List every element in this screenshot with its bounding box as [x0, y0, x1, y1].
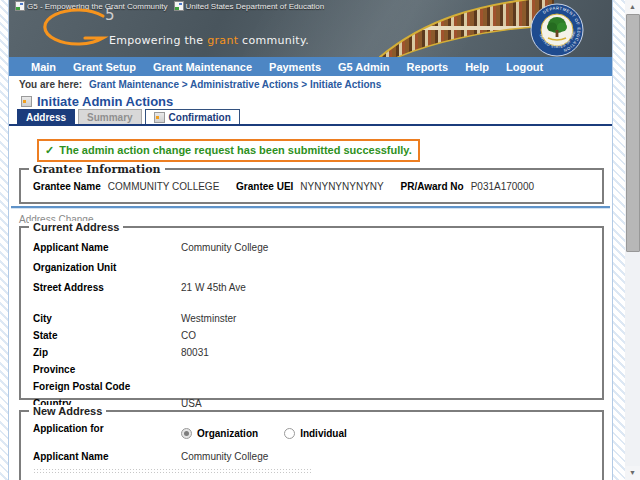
slogan-pre: Empowering the	[109, 34, 207, 47]
nav-logout[interactable]: Logout	[506, 61, 543, 73]
dotted-input-strip	[33, 468, 311, 474]
new-address-legend: New Address	[29, 405, 106, 417]
bookshelf-swoosh-image	[379, 0, 554, 57]
scrollbar-down-arrow[interactable]: ▼	[625, 466, 640, 480]
slogan-highlight: grant	[207, 34, 238, 47]
banner-alt-label: United States Department of Education	[186, 2, 325, 11]
grantee-uei-label: Grantee UEI	[236, 181, 293, 192]
field-row-state: State CO	[33, 327, 602, 344]
pr-award-no-value: P031A170000	[471, 181, 534, 192]
field-row-zip: Zip 80031	[33, 344, 602, 361]
banner-alt-item: United States Department of Education	[174, 1, 325, 11]
field-value: 80031	[181, 347, 209, 358]
organization-radio-label: Organization	[197, 428, 258, 439]
new-address-rows: Application for Organization Individual	[21, 412, 602, 464]
checkmark-icon: ✓	[45, 144, 54, 156]
nav-g5-admin[interactable]: G5 Admin	[338, 61, 390, 73]
success-message-text: The admin action change request has been…	[59, 144, 412, 156]
grantee-uei-pair: Grantee UEINYNYNYNYNYNY	[236, 181, 384, 192]
field-row-province: Province	[33, 361, 602, 378]
application-for-radio-group: Organization Individual	[181, 422, 347, 439]
tab-bar: Address Summary Confirmation	[9, 110, 612, 126]
scrollbar-thumb[interactable]	[626, 14, 640, 252]
page-title-text: Initiate Admin Actions	[37, 94, 173, 109]
breadcrumb-prefix: You are here:	[19, 79, 82, 90]
breadcrumb-path[interactable]: Grant Maintenance > Administrative Actio…	[89, 79, 381, 90]
field-label: Applicant Name	[33, 242, 181, 253]
success-message: ✓The admin action change request has bee…	[37, 139, 420, 162]
tab-confirmation[interactable]: Confirmation	[145, 109, 240, 124]
grantee-name-pair: Grantee NameCOMMUNITY COLLEGE	[33, 181, 219, 192]
field-label: Applicant Name	[33, 451, 181, 462]
current-address-fieldset: Current Address Applicant Name Community…	[19, 226, 604, 400]
field-value: Community College	[181, 242, 268, 253]
grantee-name-label: Grantee Name	[33, 181, 101, 192]
page-title-bullet-icon	[21, 96, 32, 107]
application-for-row: Application for Organization Individual	[33, 422, 602, 439]
current-address-rows: Applicant Name Community College Organiz…	[21, 228, 602, 412]
field-value: 21 W 45th Ave	[181, 282, 246, 293]
nav-payments[interactable]: Payments	[269, 61, 321, 73]
main-navigation: Main Grant Setup Grant Maintenance Payme…	[9, 57, 612, 76]
field-row-street-address: Street Address 21 W 45th Ave	[33, 277, 602, 297]
field-label: State	[33, 330, 181, 341]
individual-radio-button[interactable]	[284, 428, 295, 439]
grantee-information-fieldset: Grantee Information Grantee NameCOMMUNIT…	[19, 168, 604, 204]
field-label: Foreign Postal Code	[33, 381, 181, 392]
current-address-legend: Current Address	[29, 221, 123, 233]
field-label: Street Address	[33, 282, 181, 293]
nav-grant-setup[interactable]: Grant Setup	[73, 61, 136, 73]
page-column: G5 - Empowering the Grant Community Unit…	[8, 0, 613, 480]
field-label: Province	[33, 364, 181, 375]
application-for-label: Application for	[33, 422, 181, 434]
field-label: City	[33, 313, 181, 324]
slogan-post: community.	[238, 34, 309, 47]
g5-logo-five: 5	[105, 6, 115, 24]
grantee-name-value: COMMUNITY COLLEGE	[108, 181, 220, 192]
nav-help[interactable]: Help	[465, 61, 489, 73]
pr-award-no-label: PR/Award No	[400, 181, 463, 192]
nav-grant-maintenance[interactable]: Grant Maintenance	[153, 61, 252, 73]
individual-radio-label: Individual	[300, 428, 347, 439]
section-divider	[11, 206, 610, 209]
pr-award-no-pair: PR/Award NoP031A170000	[400, 181, 534, 192]
nav-main[interactable]: Main	[31, 61, 56, 73]
grantee-uei-value: NYNYNYNYNYNY	[300, 181, 383, 192]
breadcrumb: You are here: Grant Maintenance > Admini…	[19, 79, 381, 90]
field-value: Westminster	[181, 313, 236, 324]
radio-option-individual[interactable]: Individual	[284, 428, 347, 439]
new-address-fieldset: New Address Application for Organization…	[19, 410, 604, 480]
scrollbar-up-arrow[interactable]: ▲	[625, 0, 640, 14]
field-row-city: City Westminster	[33, 310, 602, 327]
grantee-information-legend: Grantee Information	[29, 163, 165, 176]
broken-image-icon	[15, 1, 25, 11]
grantee-information-row: Grantee NameCOMMUNITY COLLEGE Grantee UE…	[33, 181, 548, 192]
g5-application-window: G5 - Empowering the Grant Community Unit…	[0, 0, 640, 480]
field-row-organization-unit: Organization Unit	[33, 257, 602, 277]
field-value: Community College	[181, 451, 268, 462]
broken-image-icon	[174, 1, 184, 11]
nav-reports[interactable]: Reports	[407, 61, 449, 73]
radio-option-organization[interactable]: Organization	[181, 428, 258, 439]
organization-radio-button[interactable]	[181, 428, 192, 439]
department-of-education-seal: DEPARTMENT OF EDUCATION UNITED STATES OF…	[530, 3, 584, 57]
field-row-applicant-name: Applicant Name Community College	[33, 237, 602, 257]
tab-confirmation-label: Confirmation	[169, 112, 231, 123]
header-banner: G5 - Empowering the Grant Community Unit…	[9, 0, 612, 57]
field-row-foreign-postal-code: Foreign Postal Code	[33, 378, 602, 395]
tab-address[interactable]: Address	[17, 109, 75, 124]
banner-slogan: Empowering the grant community.	[109, 34, 309, 47]
page-title: Initiate Admin Actions	[21, 94, 173, 109]
field-value: CO	[181, 330, 196, 341]
field-value: USA	[181, 398, 202, 409]
tab-confirmation-icon	[154, 112, 165, 123]
vertical-scrollbar[interactable]: ▲ ▼	[625, 0, 640, 480]
field-row-new-applicant-name: Applicant Name Community College	[33, 448, 602, 464]
field-label: Organization Unit	[33, 262, 181, 273]
tab-summary: Summary	[78, 109, 142, 124]
field-label: Zip	[33, 347, 181, 358]
